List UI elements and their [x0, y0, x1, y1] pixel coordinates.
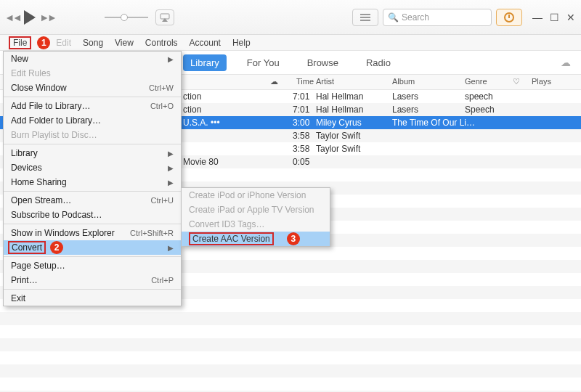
col-genre[interactable]: Genre: [465, 77, 487, 86]
menu-file[interactable]: File: [3, 36, 38, 49]
previous-button[interactable]: ◄◄: [6, 11, 19, 24]
tab-browse[interactable]: Browse: [300, 54, 346, 71]
annotation-2: 2: [50, 241, 63, 254]
volume-slider[interactable]: [105, 17, 148, 18]
minimize-button[interactable]: —: [532, 12, 543, 23]
titlebar: ◄◄ ►► 🔍 Search — ☐ ✕: [0, 0, 581, 35]
menu-song[interactable]: Song: [77, 36, 109, 49]
search-placeholder: Search: [402, 12, 429, 23]
file-library[interactable]: Library▶: [4, 146, 181, 160]
convert-id3: Convert ID3 Tags…: [182, 217, 330, 232]
airplay-button[interactable]: [155, 9, 174, 25]
menu-help[interactable]: Help: [227, 36, 256, 49]
convert-ipod: Create iPod or iPhone Version: [182, 188, 330, 203]
file-subscribe-podcast[interactable]: Subscribe to Podcast…: [4, 208, 181, 222]
menu-edit[interactable]: Edit: [50, 36, 77, 49]
file-menu: New▶ Edit Rules Close WindowCtrl+W Add F…: [3, 51, 182, 306]
col-love-icon[interactable]: ♡: [513, 77, 520, 86]
next-button[interactable]: ►►: [41, 11, 54, 24]
col-artist[interactable]: Artist: [316, 77, 334, 86]
convert-ipad: Create iPad or Apple TV Version: [182, 203, 330, 217]
account-button[interactable]: [496, 9, 522, 26]
menubar: File 1 Edit Song View Controls Account H…: [0, 35, 581, 51]
annotation-3: 3: [287, 232, 300, 245]
col-plays[interactable]: Plays: [532, 77, 551, 86]
close-button[interactable]: ✕: [566, 12, 575, 23]
col-album[interactable]: Album: [392, 77, 415, 86]
tab-radio[interactable]: Radio: [359, 54, 398, 71]
tab-for-you[interactable]: For You: [240, 54, 287, 71]
annotation-1: 1: [37, 36, 50, 49]
svg-rect-6: [508, 15, 510, 18]
menu-account[interactable]: Account: [184, 36, 227, 49]
file-close-window[interactable]: Close WindowCtrl+W: [4, 81, 181, 95]
right-controls: 🔍 Search — ☐ ✕: [352, 9, 575, 26]
menu-controls[interactable]: Controls: [139, 36, 184, 49]
playback-controls: ◄◄ ►►: [6, 11, 100, 24]
file-devices[interactable]: Devices▶: [4, 160, 181, 175]
col-cloud-icon[interactable]: ☁: [270, 77, 278, 86]
file-burn: Burn Playlist to Disc…: [4, 128, 181, 142]
file-edit-rules: Edit Rules: [4, 66, 181, 81]
convert-submenu: Create iPod or iPhone Version Create iPa…: [181, 187, 330, 247]
file-new[interactable]: New▶: [4, 52, 181, 66]
play-button[interactable]: [23, 11, 36, 24]
file-add-file[interactable]: Add File to Library…Ctrl+O: [4, 99, 181, 113]
file-page-setup[interactable]: Page Setup…: [4, 258, 181, 273]
svg-rect-0: [161, 14, 169, 19]
search-icon: 🔍: [388, 12, 399, 23]
menu-view[interactable]: View: [109, 36, 139, 49]
file-print[interactable]: Print…Ctrl+P: [4, 273, 181, 287]
search-input[interactable]: 🔍 Search: [383, 9, 492, 26]
convert-aac[interactable]: Create AAC Version 3: [182, 232, 330, 246]
file-add-folder[interactable]: Add Folder to Library…: [4, 113, 181, 128]
file-open-stream[interactable]: Open Stream…Ctrl+U: [4, 193, 181, 208]
file-exit[interactable]: Exit: [4, 291, 181, 306]
file-home-sharing[interactable]: Home Sharing▶: [4, 175, 181, 189]
list-view-button[interactable]: [352, 9, 378, 26]
file-show-explorer[interactable]: Show in Windows ExplorerCtrl+Shift+R: [4, 226, 181, 240]
col-time[interactable]: Time: [296, 77, 314, 86]
maximize-button[interactable]: ☐: [550, 12, 559, 23]
file-convert[interactable]: Convert 2 ▶: [4, 240, 181, 255]
tab-library[interactable]: Library: [183, 54, 227, 71]
cloud-icon[interactable]: ☁: [561, 57, 571, 68]
